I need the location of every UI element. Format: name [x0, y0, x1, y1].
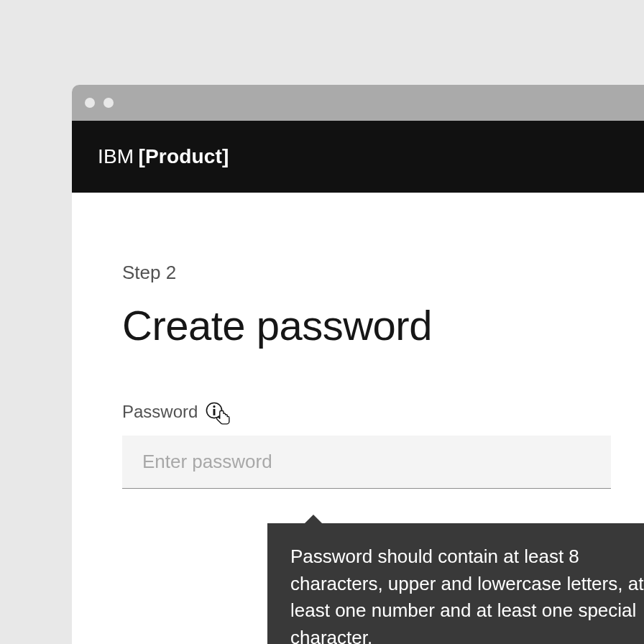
password-input[interactable] — [122, 436, 611, 489]
password-label: Password — [122, 402, 198, 422]
brand-product: [Product] — [138, 145, 229, 168]
pointer-cursor-icon — [213, 408, 234, 428]
app-header: IBM [Product] — [72, 121, 644, 193]
main-content: Step 2 Create password Password — [72, 193, 644, 489]
window-titlebar — [72, 85, 644, 121]
password-label-row: Password — [122, 401, 594, 423]
app-window: IBM [Product] Step 2 Create password Pas… — [72, 85, 644, 644]
tooltip-text: Password should contain at least 8 chara… — [290, 546, 643, 644]
window-control-dot[interactable] — [85, 98, 95, 108]
brand-name: IBM — [98, 145, 134, 168]
window-control-dot[interactable] — [104, 98, 114, 108]
password-tooltip: Password should contain at least 8 chara… — [267, 523, 644, 644]
page-title: Create password — [122, 301, 594, 349]
info-icon-wrap[interactable] — [205, 401, 226, 423]
step-indicator: Step 2 — [122, 262, 594, 284]
svg-point-1 — [213, 405, 216, 408]
